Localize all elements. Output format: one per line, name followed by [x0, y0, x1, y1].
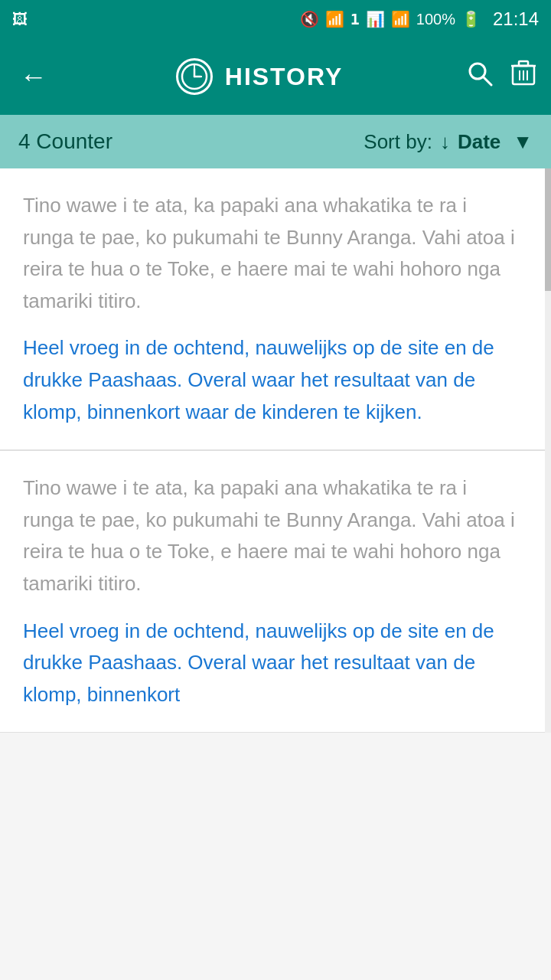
- app-bar-actions: [467, 60, 536, 93]
- filter-counter: 4 Counter: [18, 129, 364, 154]
- history-item-translated-text-1: Heel vroeg in de ochtend, nauwelijks op …: [23, 332, 528, 428]
- history-item: Tino wawe i te ata, ka papaki ana whakat…: [0, 451, 551, 733]
- status-bar-left: 🖼: [12, 11, 28, 28]
- sim-icon: 1: [350, 10, 360, 28]
- delete-button[interactable]: [511, 60, 536, 93]
- clock-icon: [176, 58, 213, 95]
- sort-area[interactable]: Sort by: ↓ Date ▼: [364, 130, 533, 154]
- signal-icon: 📶: [391, 10, 410, 28]
- scrollbar-track[interactable]: [545, 168, 551, 733]
- search-button[interactable]: [467, 60, 493, 93]
- sort-dropdown-icon[interactable]: ▼: [513, 130, 533, 154]
- svg-line-4: [483, 77, 491, 85]
- app-bar-title: HISTORY: [225, 63, 343, 91]
- back-button[interactable]: ←: [15, 60, 52, 93]
- history-item: Tino wawe i te ata, ka papaki ana whakat…: [0, 168, 551, 450]
- filter-bar: 4 Counter Sort by: ↓ Date ▼: [0, 115, 551, 168]
- scrollbar-thumb[interactable]: [545, 168, 551, 291]
- status-bar-right: 🔇 📶 1 📊 📶 100% 🔋 21:14: [300, 8, 539, 30]
- svg-rect-7: [519, 61, 528, 66]
- content-area: Tino wawe i te ata, ka papaki ana whakat…: [0, 168, 551, 733]
- status-time: 21:14: [493, 8, 539, 30]
- signal-bar-icon: 📊: [366, 10, 385, 28]
- sort-value: Date: [458, 130, 500, 154]
- wifi-icon: 📶: [325, 10, 344, 28]
- mute-icon: 🔇: [300, 10, 319, 28]
- status-bar: 🖼 🔇 📶 1 📊 📶 100% 🔋 21:14: [0, 0, 551, 38]
- svg-point-0: [182, 64, 207, 89]
- sort-arrow-icon: ↓: [440, 130, 450, 154]
- history-item-original-text-2: Tino wawe i te ata, ka papaki ana whakat…: [23, 472, 528, 599]
- image-icon: 🖼: [12, 11, 28, 28]
- battery-label: 100%: [416, 11, 455, 28]
- history-item-translated-text-2: Heel vroeg in de ochtend, nauwelijks op …: [23, 616, 528, 711]
- app-bar-title-area: HISTORY: [67, 58, 452, 95]
- sort-label: Sort by:: [364, 130, 432, 154]
- history-item-original-text-1: Tino wawe i te ata, ka papaki ana whakat…: [23, 190, 528, 317]
- battery-icon: 🔋: [461, 10, 481, 28]
- app-bar: ← HISTORY: [0, 38, 551, 115]
